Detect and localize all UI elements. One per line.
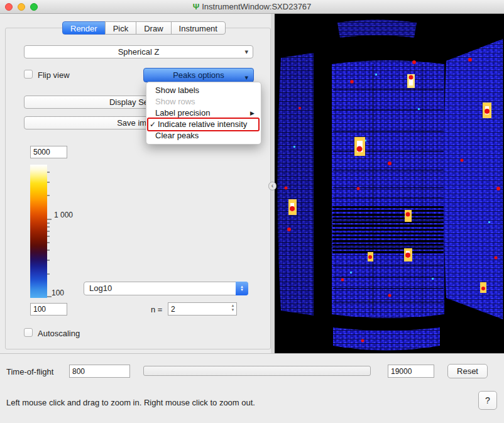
menu-item-label-precision[interactable]: Label precision ▶: [146, 107, 261, 119]
detector-panel-bottom: [333, 327, 440, 351]
detector-panel-left: [278, 53, 314, 316]
peaks-options-button[interactable]: Peaks options ▾: [143, 68, 254, 82]
detector-panel-right: [444, 39, 503, 319]
tick-label-100: 100: [52, 288, 64, 297]
projection-select[interactable]: Spherical Z ▾: [24, 45, 253, 58]
color-scale-bar[interactable]: [30, 165, 47, 298]
peaks-options-menu: Show labels Show rows Label precision ▶ …: [146, 82, 261, 145]
detector-panel-center: [332, 60, 444, 318]
flip-view-checkbox[interactable]: [24, 70, 33, 79]
tof-min-input[interactable]: [69, 365, 130, 378]
help-button[interactable]: ?: [478, 391, 497, 410]
submenu-arrow-icon: ▶: [250, 107, 255, 119]
instrument-3d-view[interactable]: [275, 14, 504, 353]
app-icon: Ψ: [193, 2, 200, 11]
spinner-up-icon: ▲: [231, 304, 235, 308]
minimize-button[interactable]: [18, 3, 25, 11]
projection-value: Spherical Z: [25, 46, 253, 58]
flip-view-label: Flip view: [38, 70, 70, 80]
tof-max-input[interactable]: [388, 365, 434, 378]
instrument-render: [275, 14, 504, 353]
checkmark-icon: ✓: [150, 119, 158, 130]
peaks-options-label: Peaks options: [173, 70, 224, 80]
reset-button[interactable]: Reset: [447, 364, 488, 378]
menu-item-clear-peaks[interactable]: Clear peaks: [146, 130, 261, 141]
n-input[interactable]: [168, 302, 237, 316]
n-stepper[interactable]: ▲ ▼: [230, 304, 236, 312]
help-text: Left mouse click and drag to zoom in. Ri…: [6, 398, 255, 407]
splitter-collapse-handle[interactable]: ‹: [268, 182, 277, 190]
menu-item-show-labels[interactable]: Show labels: [146, 85, 261, 96]
scale-type-select[interactable]: Log10 ▲ ▼: [84, 282, 248, 295]
chevron-down-icon: ▾: [244, 48, 248, 56]
spinner-down-icon: ▼: [240, 288, 244, 292]
titlebar: Ψ InstrumentWindow:SXD23767: [0, 0, 504, 14]
tof-label: Time-of-flight: [6, 367, 53, 376]
tab-render[interactable]: Render: [62, 21, 106, 35]
tab-instrument[interactable]: Instrument: [171, 21, 226, 35]
menu-item-indicate-relative-intensity[interactable]: ✓ Indicate relative intensity: [146, 119, 261, 130]
color-scale-ticks: [47, 165, 53, 299]
menu-item-label: Show labels: [155, 85, 255, 96]
menu-item-label: Show rows: [155, 96, 255, 107]
tab-bar: Render Pick Draw Instrument: [62, 21, 226, 35]
tab-draw[interactable]: Draw: [136, 21, 171, 35]
n-label: n =: [151, 305, 162, 314]
menu-item-show-rows: Show rows: [146, 96, 261, 107]
menu-item-label: Label precision: [155, 107, 250, 119]
instrument-window: Ψ InstrumentWindow:SXD23767 Render Pick …: [0, 0, 504, 423]
close-button[interactable]: [5, 3, 13, 11]
menu-item-label: Clear peaks: [155, 130, 255, 141]
footer: Time-of-flight Reset Left mouse click an…: [0, 353, 504, 423]
detector-panel-top: [337, 20, 417, 38]
tab-pick[interactable]: Pick: [105, 21, 137, 35]
autoscaling-checkbox[interactable]: [24, 328, 33, 337]
scale-min-input[interactable]: [30, 303, 67, 316]
window-controls: [5, 3, 38, 11]
zoom-button[interactable]: [30, 3, 38, 11]
scale-max-input[interactable]: [30, 146, 67, 158]
spinner-down-icon: ▼: [231, 308, 235, 312]
window-title: InstrumentWindow:SXD23767: [202, 2, 311, 11]
autoscaling-label: Autoscaling: [38, 329, 80, 338]
tick-label-1000: 1 000: [54, 211, 73, 219]
scale-type-value: Log10: [84, 282, 248, 295]
menu-item-label: Indicate relative intensity: [158, 119, 255, 130]
title-wrap: Ψ InstrumentWindow:SXD23767: [193, 2, 312, 11]
combo-stepper-icon[interactable]: ▲ ▼: [236, 282, 248, 295]
time-of-flight-slider[interactable]: [143, 366, 371, 376]
